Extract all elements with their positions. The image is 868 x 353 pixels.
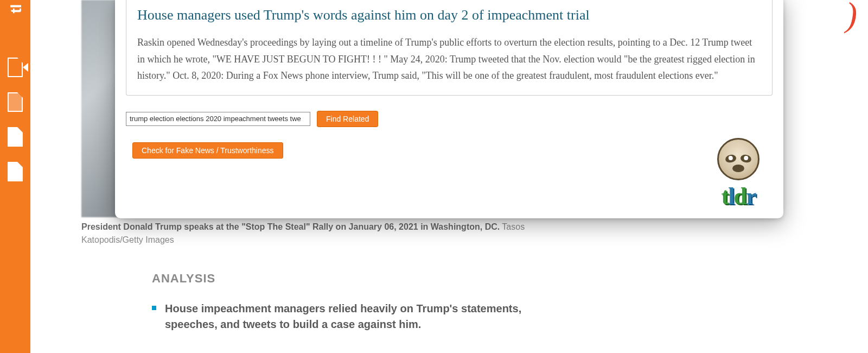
analysis-section: ANALYSIS House impeachment managers reli… <box>152 272 542 332</box>
analysis-bullet-row: House impeachment managers relied heavil… <box>152 301 542 332</box>
sidebar-logo: tl <box>7 4 24 13</box>
active-caret-icon <box>23 63 28 72</box>
analysis-heading: ANALYSIS <box>152 272 542 286</box>
bullet-icon <box>152 306 156 310</box>
document-icon <box>8 127 23 147</box>
document-icon <box>8 162 23 181</box>
sidebar-doc-1[interactable] <box>8 58 23 77</box>
extension-sidebar: tl <box>0 0 30 353</box>
image-caption: President Donald Trump speaks at the "St… <box>81 220 537 247</box>
keywords-input[interactable] <box>126 112 310 126</box>
document-icon <box>8 58 23 77</box>
tldr-wordmark: tldr <box>703 185 774 209</box>
check-fake-news-button[interactable]: Check for Fake News / Trustworthiness <box>132 142 283 159</box>
sloth-icon <box>717 138 760 180</box>
analysis-bullet-text: House impeachment managers relied heavil… <box>165 301 542 332</box>
tldr-logo[interactable]: tldr <box>703 138 774 209</box>
caption-main: President Donald Trump speaks at the "St… <box>81 222 500 231</box>
decorative-bracket: ) <box>846 0 857 35</box>
sidebar-doc-3[interactable] <box>8 127 23 147</box>
document-icon <box>8 92 23 112</box>
summary-body: Raskin opened Wednesday's proceedings by… <box>137 34 761 84</box>
tldr-overlay-card: House managers used Trump's words agains… <box>115 0 783 218</box>
find-related-button[interactable]: Find Related <box>317 111 378 127</box>
sidebar-doc-4[interactable] <box>8 162 23 181</box>
sidebar-doc-2[interactable] <box>8 92 23 112</box>
summary-title[interactable]: House managers used Trump's words agains… <box>137 5 761 24</box>
article-summary-box: House managers used Trump's words agains… <box>126 0 773 96</box>
controls-row: Find Related <box>126 111 773 127</box>
